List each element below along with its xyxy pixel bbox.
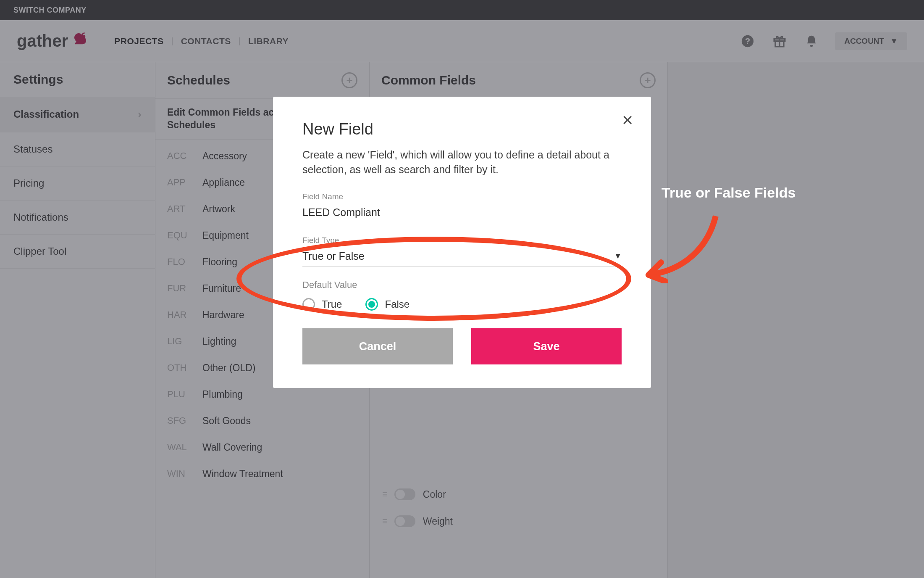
radio-false[interactable]: False — [365, 298, 410, 311]
cancel-button[interactable]: Cancel — [302, 328, 453, 364]
radio-label: True — [322, 298, 342, 310]
field-type-label: Field Type — [302, 236, 622, 245]
annotation-text: True or False Fields — [662, 185, 795, 201]
close-icon[interactable]: ✕ — [622, 112, 633, 129]
field-type-select[interactable]: True or False ▼ — [302, 248, 622, 267]
caret-down-icon: ▼ — [614, 252, 622, 261]
field-name-input[interactable] — [302, 204, 622, 223]
radio-icon — [365, 298, 378, 311]
new-field-modal: ✕ New Field Create a new 'Field', which … — [273, 97, 651, 388]
modal-description: Create a new 'Field', which will allow y… — [302, 148, 613, 177]
radio-icon — [302, 298, 315, 311]
default-value-radios: True False — [302, 298, 622, 311]
default-value-label: Default Value — [302, 280, 622, 290]
field-type-value: True or False — [302, 250, 365, 262]
modal-actions: Cancel Save — [302, 328, 622, 364]
radio-label: False — [385, 298, 410, 310]
modal-title: New Field — [302, 120, 622, 138]
modal-overlay: ✕ New Field Create a new 'Field', which … — [0, 0, 924, 578]
save-button[interactable]: Save — [471, 328, 622, 364]
field-name-label: Field Name — [302, 192, 622, 201]
radio-true[interactable]: True — [302, 298, 342, 311]
